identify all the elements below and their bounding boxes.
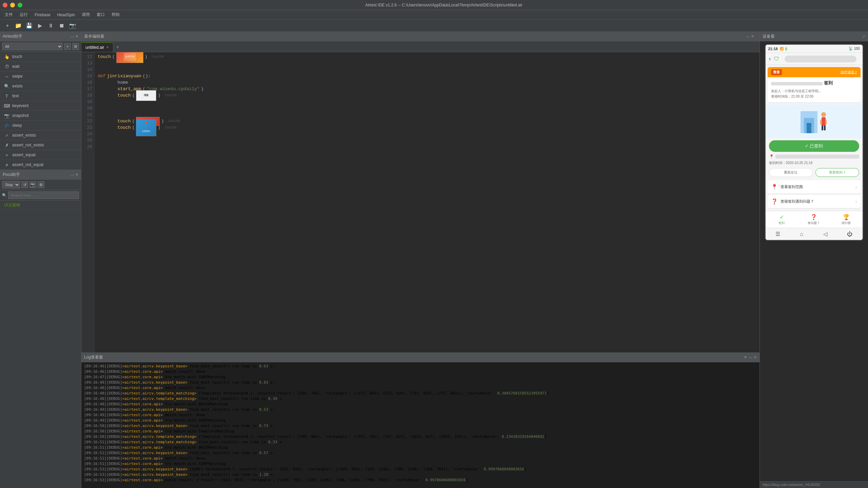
sidebar-item-snapshot[interactable]: 📷 snapshot: [0, 111, 81, 121]
temp-leave-link[interactable]: 临时请假 >: [841, 70, 857, 75]
log-entry: [09:16:51][DEBUG]<airtest.aircv.template…: [84, 440, 757, 445]
code-line-14: [98, 66, 757, 73]
report-problem-item[interactable]: ❓ 查寝签到遇到问题？ ›: [768, 195, 861, 208]
log-entry: [09:16:51][DEBUG]<airtest.core.api> try …: [84, 445, 757, 450]
shield-icon: 🛡: [774, 56, 779, 62]
panel-minimize-icon[interactable]: —: [70, 34, 74, 39]
open-button[interactable]: 📁: [14, 21, 23, 30]
log-entry: [09:16:46][DEBUG]<airtest.core.api> matc…: [84, 369, 757, 374]
poco-tree-item[interactable]: UI元素树: [0, 201, 81, 210]
poco-panel-minimize-icon[interactable]: —: [70, 172, 74, 177]
tab-problem[interactable]: ❓ 有问题？: [798, 214, 830, 225]
log-close-icon[interactable]: ✕: [754, 355, 757, 360]
log-content[interactable]: [09:16:46][DEBUG]<airtest.aircv.keypoint…: [81, 362, 760, 488]
screenshot-location[interactable]: 📍 位置签到: [136, 119, 156, 136]
code-line-18: ....... touch ( 消息 ) touche: [98, 92, 757, 99]
wait-icon: ⏱: [4, 64, 9, 69]
panel-close-icon[interactable]: ✕: [75, 34, 78, 39]
log-entry: [09:16:48][DEBUG]<airtest.aircv.template…: [84, 396, 757, 402]
poco-screenshot-btn[interactable]: 📷: [29, 181, 36, 188]
menu-run[interactable]: 运行: [16, 11, 31, 19]
sidebar-item-assert-equal[interactable]: = assert_equal: [0, 150, 81, 160]
menu-firebase[interactable]: Firebase: [31, 11, 54, 19]
filter-row: All + ⚙: [0, 41, 81, 52]
menu-help[interactable]: 帮助: [108, 11, 123, 19]
device-expand-icon[interactable]: ⤢: [862, 34, 865, 39]
editor-minimize-icon[interactable]: —: [746, 34, 750, 38]
update-sign-button[interactable]: 更新签到 >: [815, 168, 859, 177]
code-line-21: [98, 111, 757, 118]
tab-untitled[interactable]: untitled.air ✕: [81, 42, 113, 52]
sidebar-item-text[interactable]: T text: [0, 91, 81, 101]
phone-nav: ‹ 🛡: [766, 53, 863, 65]
tab-sign-in[interactable]: ✓ 签到: [766, 214, 798, 225]
new-tab-button[interactable]: +: [113, 42, 122, 52]
sidebar-item-assert-not-exists-label: assert_not_exists: [12, 143, 44, 147]
poco-controls: Stop ↺ 📷 ⚙: [0, 180, 81, 190]
exists-icon: 🔍: [4, 83, 9, 89]
sidebar-item-swipe[interactable]: ↔ swipe: [0, 72, 81, 81]
sidebar-item-keyevent-label: keyevent: [12, 103, 28, 108]
log-entry: [09:16:50][DEBUG]<airtest.core.api> try …: [84, 429, 757, 434]
tab-ranking[interactable]: 🏆 排行榜: [830, 214, 862, 225]
screenshot-banner1[interactable]: 促销活动: [116, 52, 143, 63]
sidebar-item-touch[interactable]: 👆 touch: [0, 52, 81, 62]
sys-square-icon[interactable]: ◁: [823, 231, 827, 237]
tab-close-icon[interactable]: ✕: [106, 45, 109, 49]
capture-button[interactable]: 📷: [68, 21, 77, 30]
poco-panel-close-icon[interactable]: ✕: [75, 172, 78, 177]
poco-settings-btn[interactable]: ⚙: [38, 181, 44, 188]
run-button[interactable]: ▶: [35, 21, 45, 30]
stop-button[interactable]: ⏹: [57, 21, 66, 30]
right-panel: 设备窗 ⤢ 21:18 📶 🔋 📡 100 ‹: [760, 32, 868, 488]
keyevent-icon: ⌨: [4, 103, 9, 108]
sidebar-item-assert-not-exists[interactable]: ✗ assert_not_exists: [0, 140, 81, 150]
filter-add-btn[interactable]: +: [64, 43, 71, 50]
sidebar-item-exists[interactable]: 🔍 exists: [0, 81, 81, 91]
code-line-15: def jinrixiaoyuan ():: [98, 73, 757, 79]
filter-settings-btn[interactable]: ⚙: [72, 43, 79, 50]
filter-select[interactable]: All: [2, 43, 63, 50]
code-line-20: [98, 105, 757, 111]
pause-button[interactable]: ⏸: [46, 21, 56, 30]
log-minimize-icon[interactable]: —: [749, 355, 752, 360]
menu-window[interactable]: 窗口: [93, 11, 108, 19]
log-entry: [09:16:48][DEBUG]<airtest.aircv.template…: [84, 391, 757, 396]
editor-close-icon[interactable]: ✕: [751, 34, 754, 39]
log-entry: [84, 483, 757, 488]
menu-call[interactable]: 调用: [78, 11, 93, 19]
code-line-22: ....... touch ( 活动 ) touche: [98, 118, 757, 124]
poco-refresh-btn[interactable]: ↺: [21, 181, 28, 188]
sidebar-item-keyevent[interactable]: ⌨ keyevent: [0, 101, 81, 111]
sys-home-icon[interactable]: ☰: [775, 231, 780, 237]
maximize-button[interactable]: [18, 3, 22, 7]
snapshot-icon: 📷: [4, 113, 9, 118]
menu-headspin[interactable]: HeadSpin: [54, 11, 79, 19]
view-range-item[interactable]: 📍 查看签到范围 ›: [768, 180, 861, 194]
sidebar-item-assert-exists[interactable]: ✓ assert_exists: [0, 130, 81, 140]
tab-problem-icon: ❓: [810, 214, 817, 220]
map-pin-icon: 📍: [771, 184, 778, 190]
log-filter-icon[interactable]: ▼: [744, 355, 747, 360]
poco-mode-select[interactable]: Stop: [2, 181, 20, 188]
new-button[interactable]: +: [3, 21, 12, 30]
search-input[interactable]: [8, 191, 79, 199]
sidebar-item-wait[interactable]: ⏱ wait: [0, 62, 81, 72]
sys-circle-icon[interactable]: ⌂: [800, 231, 803, 237]
svg-rect-5: [822, 117, 826, 126]
sidebar-item-assert-not-equal[interactable]: ≠ assert_not_equal: [0, 160, 81, 170]
close-button[interactable]: [3, 3, 7, 7]
code-editor[interactable]: 12 13 14 15 16 17 18 19 20 21 22 23 24 2…: [81, 52, 760, 352]
svg-point-11: [808, 127, 810, 129]
relocate-button[interactable]: 重新定位: [769, 168, 813, 177]
menu-file[interactable]: 文件: [1, 11, 16, 19]
code-line-13: [98, 60, 757, 66]
minimize-button[interactable]: [10, 3, 15, 7]
sidebar-item-sleep[interactable]: 💤 sleep: [0, 121, 81, 130]
sys-power-icon[interactable]: ⏻: [847, 231, 852, 237]
screenshot-msg[interactable]: 消息: [136, 90, 156, 101]
code-content[interactable]: touch( 促销活动 ) touche: [95, 52, 760, 352]
back-button[interactable]: ‹: [769, 55, 771, 62]
save-button[interactable]: 💾: [24, 21, 34, 30]
tab-problem-label: 有问题？: [808, 221, 820, 225]
